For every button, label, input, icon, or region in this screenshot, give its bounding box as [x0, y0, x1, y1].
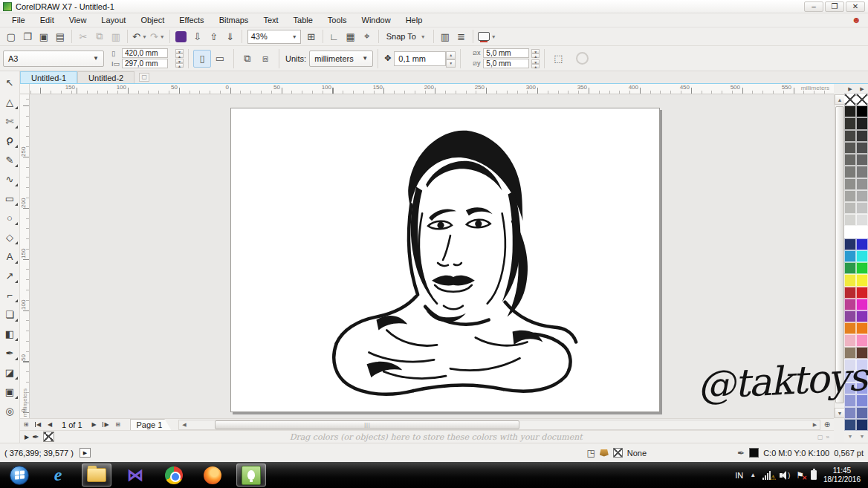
document-color-palette-swatch[interactable]: [844, 226, 856, 238]
page-preset-dropdown[interactable]: A3 ▼: [3, 51, 104, 67]
ruler-origin[interactable]: [20, 84, 30, 94]
default-color-palette-swatch[interactable]: [856, 310, 868, 322]
import-button[interactable]: ⇩: [190, 29, 206, 45]
default-color-palette-swatch[interactable]: [856, 274, 868, 286]
default-color-palette-swatch[interactable]: [856, 383, 868, 394]
drawing-canvas[interactable]: [30, 94, 834, 418]
shape-tool[interactable]: △: [1, 92, 19, 111]
menu-file[interactable]: File: [4, 14, 33, 26]
default-color-palette-swatch[interactable]: [856, 202, 868, 214]
show-grid-button[interactable]: ▦: [343, 29, 359, 45]
default-color-palette-swatch[interactable]: [856, 226, 868, 238]
drop-shadow-tool[interactable]: ❏: [1, 305, 19, 324]
show-guidelines-button[interactable]: ⌖: [359, 29, 375, 45]
last-page-button[interactable]: ▶: [100, 420, 112, 430]
crop-tool[interactable]: ✄: [1, 111, 19, 131]
horizontal-scroll-thumb[interactable]: |||: [215, 420, 519, 429]
default-color-palette-swatch[interactable]: [856, 238, 868, 250]
document-color-palette-flyout[interactable]: ▶: [844, 84, 856, 94]
menu-tools[interactable]: Tools: [320, 14, 354, 26]
document-color-palette-swatch[interactable]: [844, 142, 856, 154]
interactive-fill-tool[interactable]: ◪: [1, 362, 19, 382]
default-color-palette-swatch[interactable]: [856, 347, 868, 359]
search-content-button[interactable]: [173, 29, 190, 45]
document-color-palette-swatch[interactable]: [844, 419, 856, 431]
print-button[interactable]: ▤: [52, 29, 68, 45]
palette-expand-icon[interactable]: »: [826, 434, 829, 440]
eyedropper-icon[interactable]: ✒: [32, 432, 39, 442]
menu-object[interactable]: Object: [133, 14, 172, 26]
document-color-palette-swatch[interactable]: [844, 274, 856, 286]
network-icon[interactable]: ⚠: [762, 471, 773, 480]
document-color-palette-swatch[interactable]: [844, 154, 856, 166]
document-color-palette-swatch[interactable]: [844, 130, 856, 142]
document-info-icon[interactable]: ◳: [586, 448, 595, 458]
landscape-button[interactable]: ▭: [211, 50, 229, 68]
default-color-palette-swatch[interactable]: [856, 287, 868, 299]
artistic-media-tool[interactable]: ∿: [1, 169, 19, 189]
default-color-palette-swatch[interactable]: [856, 359, 868, 371]
page-tab[interactable]: Page 1: [130, 419, 172, 430]
publish-to-pdf-button[interactable]: ⇓: [222, 29, 239, 45]
open-document-button[interactable]: ❐: [19, 29, 36, 45]
default-color-palette-swatch[interactable]: [856, 371, 868, 383]
add-page-after-icon[interactable]: ⊞: [112, 420, 124, 430]
page-height-stepper[interactable]: ▼▲: [175, 59, 184, 68]
vertical-scroll-thumb[interactable]: [835, 106, 844, 403]
document-color-palette-swatch[interactable]: [844, 105, 856, 117]
minimize-button[interactable]: –: [804, 1, 823, 12]
menu-layout[interactable]: Layout: [94, 14, 133, 26]
zoom-level-dropdown[interactable]: 43%▼: [247, 30, 301, 44]
close-button[interactable]: ✕: [846, 1, 865, 12]
options-button[interactable]: ▥: [437, 29, 453, 45]
save-document-button[interactable]: ▣: [36, 29, 52, 45]
taskbar-chrome[interactable]: [159, 463, 189, 487]
horizontal-scrollbar[interactable]: ◀ ||| ▶: [178, 420, 820, 430]
vertical-ruler[interactable]: millimeters 250200150100500: [20, 94, 30, 418]
horizontal-ruler[interactable]: millimeters 1501005005010015020025030035…: [30, 84, 834, 94]
zoom-tool[interactable]: Q: [1, 131, 19, 150]
default-color-palette-swatch[interactable]: [856, 419, 868, 431]
taskbar-windows-explorer[interactable]: [82, 463, 111, 487]
language-indicator[interactable]: IN: [735, 471, 743, 480]
add-page-icon[interactable]: ⊞: [20, 420, 32, 430]
connector-tool[interactable]: ⌐: [1, 285, 19, 305]
menu-table[interactable]: Table: [286, 14, 320, 26]
ellipse-tool[interactable]: ○: [1, 208, 19, 227]
freehand-tool[interactable]: ✎: [1, 150, 19, 169]
color-eyedropper-tool[interactable]: ✒: [1, 343, 19, 362]
transparency-tool[interactable]: ◧: [1, 324, 19, 343]
document-color-palette-swatch[interactable]: [844, 310, 856, 322]
new-document-button[interactable]: ▢: [3, 29, 19, 45]
all-pages-button[interactable]: ⧉: [239, 50, 256, 68]
action-center-flag-icon[interactable]: ⚑✕: [796, 470, 804, 481]
taskbar-clock[interactable]: 11:45 18/12/2016: [823, 466, 861, 484]
default-color-palette-swatch[interactable]: [856, 178, 868, 190]
document-color-palette-swatch[interactable]: [844, 190, 856, 202]
export-button[interactable]: ⇧: [206, 29, 222, 45]
menu-bitmaps[interactable]: Bitmaps: [212, 14, 256, 26]
document-color-palette-swatch[interactable]: [844, 383, 856, 394]
document-color-palette-swatch[interactable]: [844, 407, 856, 419]
taskbar-internet-explorer[interactable]: e: [43, 463, 73, 487]
document-color-palette-swatch[interactable]: [844, 371, 856, 383]
page-height-field[interactable]: 297,0 mm: [122, 59, 168, 68]
document-color-palette-swatch[interactable]: [844, 214, 856, 226]
taskbar-coreldraw[interactable]: [236, 463, 266, 487]
document-color-palette-no-color-swatch[interactable]: [844, 94, 856, 105]
duplicate-y-field[interactable]: 5,0 mm: [483, 59, 529, 68]
taskbar-kmplayer[interactable]: ⋈: [120, 463, 150, 487]
document-color-palette-swatch[interactable]: [844, 359, 856, 371]
new-document-tab-button[interactable]: ▢: [139, 73, 149, 82]
document-color-palette-swatch[interactable]: [844, 262, 856, 274]
default-color-palette-no-color-swatch[interactable]: [856, 94, 868, 105]
battery-icon[interactable]: [811, 470, 817, 480]
document-color-palette-swatch[interactable]: [844, 202, 856, 214]
treat-as-filled-button[interactable]: ⬚: [549, 50, 567, 68]
menu-view[interactable]: View: [62, 14, 94, 26]
application-launcher-button[interactable]: ▼: [476, 29, 498, 45]
menu-text[interactable]: Text: [256, 14, 285, 26]
volume-icon[interactable]: ): [780, 471, 789, 480]
default-color-palette-swatch[interactable]: [856, 166, 868, 178]
menu-window[interactable]: Window: [354, 14, 398, 26]
